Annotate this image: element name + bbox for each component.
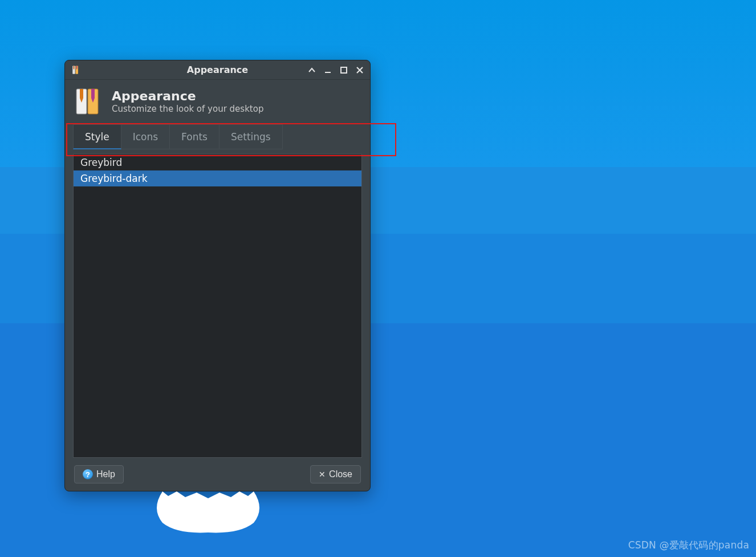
- tabs-container: Style Icons Fonts Settings: [65, 124, 370, 149]
- close-label: Close: [329, 469, 352, 479]
- tab-fonts[interactable]: Fonts: [170, 124, 220, 149]
- tab-style[interactable]: Style: [73, 124, 121, 149]
- list-item[interactable]: Greybird: [74, 155, 361, 170]
- titlebar[interactable]: Appearance: [65, 60, 370, 80]
- svg-rect-12: [91, 89, 95, 98]
- minimize-button[interactable]: [323, 66, 332, 75]
- window-icon: [71, 64, 82, 76]
- dialog-header: Appearance Customize the look of your de…: [65, 80, 370, 124]
- appearance-icon: [74, 87, 104, 116]
- close-button[interactable]: [355, 66, 364, 75]
- dialog-footer: ? Help ✕ Close: [65, 458, 370, 491]
- svg-rect-4: [76, 66, 78, 68]
- svg-rect-7: [341, 67, 347, 73]
- help-label: Help: [96, 469, 115, 479]
- watermark-text: CSDN @爱敲代码的panda: [628, 539, 749, 552]
- tab-settings[interactable]: Settings: [220, 124, 283, 149]
- window-controls: [307, 66, 364, 75]
- tab-icons[interactable]: Icons: [121, 124, 170, 149]
- list-item[interactable]: Greybird-dark: [74, 170, 361, 186]
- maximize-button[interactable]: [339, 66, 348, 75]
- window-title: Appearance: [187, 64, 248, 75]
- help-icon: ?: [83, 469, 93, 479]
- header-subtitle: Customize the look of your desktop: [112, 104, 263, 114]
- close-dialog-button[interactable]: ✕ Close: [310, 465, 361, 483]
- desktop-mascot: [151, 491, 265, 537]
- appearance-window: Appearance: [64, 60, 371, 491]
- svg-rect-9: [80, 89, 83, 98]
- rollup-button[interactable]: [307, 66, 316, 75]
- header-title: Appearance: [112, 89, 263, 104]
- close-icon: ✕: [319, 470, 326, 479]
- tabs: Style Icons Fonts Settings: [73, 124, 362, 149]
- help-button[interactable]: ? Help: [74, 465, 124, 483]
- svg-rect-1: [74, 66, 75, 68]
- style-list[interactable]: Greybird Greybird-dark: [73, 154, 362, 458]
- svg-rect-6: [325, 72, 331, 73]
